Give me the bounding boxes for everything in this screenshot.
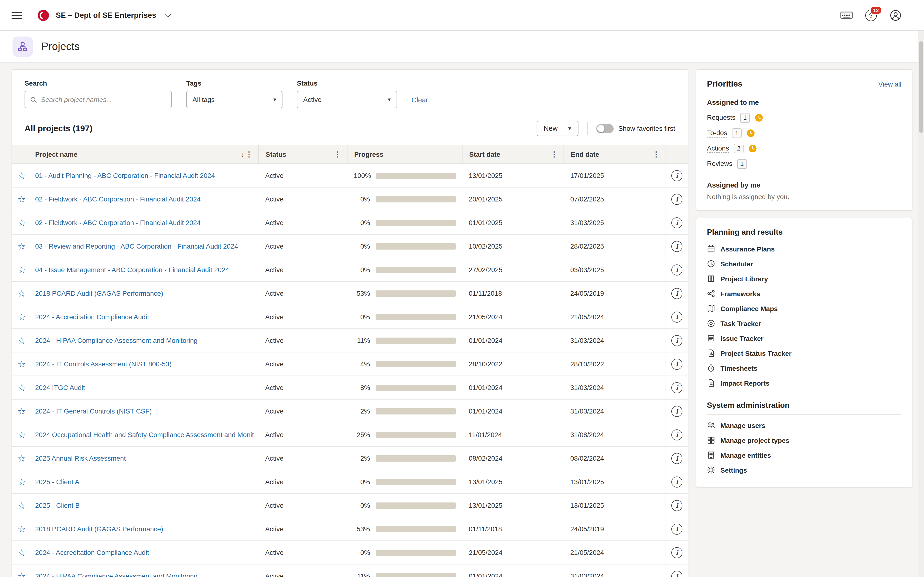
project-link[interactable]: 2025 Annual Risk Assessment — [35, 447, 254, 470]
column-header-status[interactable]: Status ⋮ — [258, 145, 347, 163]
favorite-star-icon[interactable]: ☆ — [18, 359, 26, 369]
info-icon[interactable]: i — [671, 524, 682, 534]
favorite-star-icon[interactable]: ☆ — [18, 242, 26, 251]
project-link[interactable]: 2024 - IT General Controls (NIST CSF) — [35, 400, 254, 423]
priority-link-to-dos[interactable]: To-dos — [707, 129, 727, 137]
info-icon[interactable]: i — [671, 382, 682, 393]
sidebar-item-settings[interactable]: Settings — [707, 463, 901, 477]
sidebar-item-impact-reports[interactable]: Impact Reports — [707, 376, 901, 390]
sidebar-item-project-library[interactable]: Project Library — [707, 271, 901, 286]
column-header-project-name[interactable]: Project name ↓ ⋮ — [28, 145, 258, 163]
favorite-star-icon[interactable]: ☆ — [18, 454, 26, 463]
logo-icon[interactable] — [37, 8, 50, 22]
project-link[interactable]: 2018 PCARD Audit (GAGAS Performance) — [35, 517, 254, 541]
project-link[interactable]: 2025 - Client A — [35, 470, 254, 494]
search-input[interactable] — [41, 96, 166, 103]
info-icon[interactable]: i — [671, 547, 682, 558]
info-icon[interactable]: i — [671, 476, 682, 487]
info-icon[interactable]: i — [671, 288, 682, 299]
column-menu-icon[interactable]: ⋮ — [333, 150, 342, 159]
project-link[interactable]: 03 - Review and Reporting - ABC Corporat… — [35, 235, 254, 258]
info-icon[interactable]: i — [671, 429, 682, 440]
project-link[interactable]: 2024 Occupational Health and Safety Comp… — [35, 423, 254, 447]
sidebar-item-issue-tracker[interactable]: Issue Tracker — [707, 331, 901, 346]
project-link[interactable]: 01 - Audit Planning - ABC Corporation - … — [35, 164, 254, 187]
sidebar-item-manage-project-types[interactable]: Manage project types — [707, 433, 901, 448]
project-link[interactable]: 02 - Fieldwork - ABC Corporation - Finan… — [35, 211, 254, 235]
info-icon[interactable]: i — [671, 217, 682, 228]
info-icon[interactable]: i — [671, 500, 682, 511]
new-project-button[interactable]: New ▾ — [536, 121, 578, 136]
info-icon[interactable]: i — [671, 170, 682, 181]
project-link[interactable]: 2024 - Accreditation Compliance Audit — [35, 541, 254, 564]
sidebar-item-frameworks[interactable]: Frameworks — [707, 286, 901, 301]
scrollbar-thumb[interactable] — [919, 41, 923, 133]
priority-link-requests[interactable]: Requests — [707, 113, 735, 122]
project-link[interactable]: 2024 - Accreditation Compliance Audit — [35, 305, 254, 329]
info-icon[interactable]: i — [671, 406, 682, 417]
project-link[interactable]: 04 - Issue Management - ABC Corporation … — [35, 258, 254, 282]
org-switcher[interactable]: SE – Dept of SE Enterprises — [37, 8, 170, 22]
clear-filters-button[interactable]: Clear — [412, 96, 428, 104]
favorite-star-icon[interactable]: ☆ — [18, 195, 26, 204]
project-link[interactable]: 2018 PCARD Audit (GAGAS Performance) — [35, 282, 254, 305]
sidebar-item-assurance-plans[interactable]: Assurance Plans — [707, 242, 901, 256]
keyboard-shortcuts-icon[interactable] — [840, 11, 853, 20]
favorite-star-icon[interactable]: ☆ — [18, 265, 26, 274]
sidebar-item-manage-users[interactable]: Manage users — [707, 418, 901, 433]
project-link[interactable]: 2024 - IT Controls Assessment (NIST 800-… — [35, 353, 254, 376]
column-header-progress[interactable]: Progress — [347, 145, 462, 163]
project-link[interactable]: 2024 ITGC Audit — [35, 376, 254, 400]
info-icon[interactable]: i — [671, 453, 682, 464]
project-link[interactable]: 2025 - Client B — [35, 494, 254, 517]
column-menu-icon[interactable]: ⋮ — [549, 150, 559, 159]
hamburger-menu-icon[interactable] — [11, 12, 22, 19]
project-link[interactable]: 2024 - HIPAA Compliance Assessment and M… — [35, 564, 254, 577]
page-scrollbar[interactable] — [918, 31, 924, 577]
priority-link-actions[interactable]: Actions — [707, 144, 729, 153]
info-icon[interactable]: i — [671, 358, 682, 369]
favorite-star-icon[interactable]: ☆ — [18, 312, 26, 321]
info-icon[interactable]: i — [671, 193, 682, 205]
favorite-star-icon[interactable]: ☆ — [18, 572, 26, 577]
column-menu-icon[interactable]: ⋮ — [244, 150, 254, 159]
favorite-star-icon[interactable]: ☆ — [18, 406, 26, 416]
favorite-star-icon[interactable]: ☆ — [18, 524, 26, 533]
info-icon[interactable]: i — [671, 311, 682, 322]
info-icon[interactable]: i — [671, 241, 682, 252]
info-icon[interactable]: i — [671, 264, 682, 275]
sidebar-item-compliance-maps[interactable]: Compliance Maps — [707, 301, 901, 316]
project-link[interactable]: 2024 - HIPAA Compliance Assessment and M… — [35, 329, 254, 353]
status-select[interactable]: Active ▾ — [297, 91, 397, 108]
favorite-star-icon[interactable]: ☆ — [18, 477, 26, 486]
info-icon[interactable]: i — [671, 571, 682, 577]
favorite-star-icon[interactable]: ☆ — [18, 336, 26, 345]
user-avatar-icon[interactable] — [889, 9, 902, 21]
view-all-link[interactable]: View all — [878, 80, 901, 88]
favorite-star-icon[interactable]: ☆ — [18, 501, 26, 510]
favorite-star-icon[interactable]: ☆ — [18, 430, 26, 439]
favorite-star-icon[interactable]: ☆ — [18, 383, 26, 392]
sidebar-item-task-tracker[interactable]: Task Tracker — [707, 316, 901, 331]
progress-bar — [376, 290, 456, 297]
show-favorites-toggle[interactable] — [596, 124, 613, 133]
sidebar-item-project-status-tracker[interactable]: Project Status Tracker — [707, 346, 901, 361]
priority-link-reviews[interactable]: Reviews — [707, 160, 732, 168]
project-link[interactable]: 02 - Fieldwork - ABC Corporation - Finan… — [35, 187, 254, 211]
tags-select[interactable]: All tags ▾ — [186, 91, 283, 108]
favorite-star-icon[interactable]: ☆ — [18, 218, 26, 227]
column-menu-icon[interactable]: ⋮ — [652, 150, 661, 159]
sidebar-item-scheduler[interactable]: Scheduler — [707, 256, 901, 271]
sidebar-item-timesheets[interactable]: Timesheets — [707, 361, 901, 376]
favorite-star-icon[interactable]: ☆ — [18, 289, 26, 298]
favorite-star-icon[interactable]: ☆ — [18, 171, 26, 180]
search-label: Search — [24, 79, 172, 87]
sidebar-item-manage-entities[interactable]: Manage entities — [707, 448, 901, 463]
column-header-start-date[interactable]: Start date ⋮ — [462, 145, 564, 163]
progress-percent: 2% — [354, 455, 376, 462]
info-icon[interactable]: i — [671, 335, 682, 346]
sort-descending-icon[interactable]: ↓ — [241, 150, 244, 158]
column-header-end-date[interactable]: End date ⋮ — [564, 145, 666, 163]
help-icon[interactable]: ? 12 — [865, 10, 877, 21]
favorite-star-icon[interactable]: ☆ — [18, 548, 26, 557]
